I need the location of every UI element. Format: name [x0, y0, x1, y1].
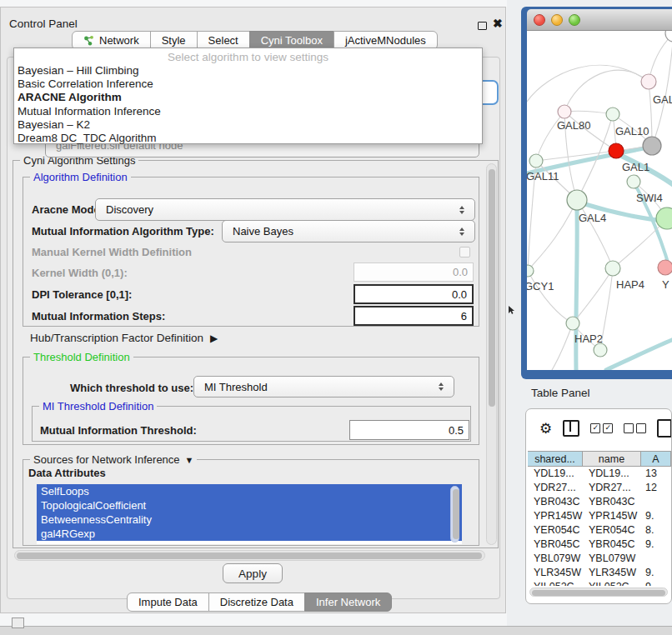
apply-button[interactable]: Apply	[223, 563, 283, 583]
attribute-selfloops[interactable]: SelfLoops	[37, 484, 462, 498]
network-node[interactable]	[594, 343, 607, 357]
network-canvas[interactable]: GALGAL80GAL10GAL1GAL11SWI4GAL4GCY1HAP4YH…	[527, 31, 672, 370]
attribute-topologicalcoefficient[interactable]: TopologicalCoefficient	[37, 498, 462, 512]
attribute-gal4rgexp[interactable]: gal4RGexp	[37, 527, 462, 541]
settings-hscrollbar-thumb[interactable]	[17, 552, 482, 559]
table-cell: 13	[641, 467, 671, 481]
network-node-gal11[interactable]	[529, 154, 543, 168]
table-cell: YER054C	[583, 523, 641, 538]
attributes-list-scrollbar[interactable]	[450, 486, 459, 542]
tab-impute-data[interactable]: Impute Data	[127, 592, 209, 612]
columns-icon[interactable]	[563, 420, 579, 437]
network-node[interactable]	[643, 137, 661, 155]
dropdown-item-mutual-information-inference[interactable]: Mutual Information Inference	[14, 105, 482, 118]
table-row[interactable]: YER054CYER054C8.	[528, 523, 671, 538]
table-cell: YDL19...	[528, 467, 583, 481]
node-label-gal4: GAL4	[579, 212, 606, 224]
network-node-gal[interactable]	[641, 74, 656, 89]
network-node-gcy1[interactable]	[527, 265, 534, 277]
network-graph: GALGAL80GAL10GAL1GAL11SWI4GAL4GCY1HAP4YH…	[527, 31, 672, 370]
minimize-traffic-light[interactable]	[551, 14, 563, 26]
dpi-tolerance-field[interactable]	[354, 284, 474, 304]
hub-transcription-factor-section[interactable]: Hub/Transcription Factor Definition▶	[30, 332, 218, 344]
network-node-hap4[interactable]	[605, 261, 620, 276]
column-header-a[interactable]: A	[641, 452, 671, 466]
which-threshold-combo[interactable]: MI Threshold	[193, 376, 454, 398]
network-node-hap2[interactable]	[566, 317, 579, 330]
table-horizontal-scrollbar[interactable]	[529, 588, 668, 597]
table-cell: 9.	[641, 509, 671, 523]
network-node-gal80[interactable]	[558, 105, 571, 118]
dropdown-item-bayesian-k2[interactable]: Bayesian – K2	[14, 118, 482, 132]
table-row[interactable]: YBL079WYBL079W	[528, 552, 671, 566]
minimized-panel-icon[interactable]	[12, 618, 24, 628]
expand-right-icon[interactable]: ▶	[210, 332, 218, 344]
network-node-swi4[interactable]	[627, 175, 640, 188]
mi-threshold-field[interactable]	[349, 420, 469, 440]
kernel-width-field[interactable]	[354, 262, 474, 282]
table-row[interactable]: YDR27...YDR27...12	[528, 481, 671, 495]
tab-infer-network[interactable]: Infer Network	[304, 592, 392, 612]
network-node[interactable]	[656, 208, 672, 229]
select-all-checks-icon[interactable]: ✓✓	[590, 423, 613, 433]
data-attributes-list[interactable]: SelfLoopsTopologicalCoefficientBetweenne…	[37, 484, 462, 544]
close-icon[interactable]: ✖	[493, 17, 503, 30]
table-panel-title: Table Panel	[531, 387, 590, 399]
table-row[interactable]: YDL19...YDL19...13	[528, 467, 671, 481]
network-window-titlebar[interactable]	[527, 9, 672, 31]
algorithm-dropdown-prompt: Select algorithm to view settings	[14, 50, 482, 64]
dropdown-item-bayesian-hill-climbing[interactable]: Bayesian – Hill Climbing	[14, 64, 482, 78]
aracne-mode-combo[interactable]: Discovery	[95, 198, 475, 221]
table-hscrollbar-thumb[interactable]	[532, 590, 665, 596]
column-header-name[interactable]: name	[583, 452, 641, 466]
table-row[interactable]: YBR043CYBR043C	[528, 495, 671, 509]
table-cell: YPR145W	[528, 509, 583, 523]
network-node-gal4[interactable]	[567, 190, 587, 210]
tab-label: Cyni Toolbox	[261, 34, 323, 47]
deselect-all-checks-icon[interactable]	[624, 423, 646, 433]
settings-scrollbar-thumb[interactable]	[489, 169, 495, 407]
mi-steps-field[interactable]	[354, 306, 474, 326]
control-panel-title: Control Panel	[9, 18, 78, 30]
node-label-gal10: GAL10	[615, 125, 649, 138]
collapse-down-icon[interactable]: ▼	[185, 455, 194, 465]
mi-threshold-definition-title: MI Threshold Definition	[39, 400, 157, 412]
table-rows: YDL19...YDL19...13YDR27...YDR27...12YBR0…	[528, 467, 671, 586]
float-window-icon[interactable]	[478, 22, 487, 30]
network-node-y[interactable]	[658, 260, 672, 275]
zoom-traffic-light[interactable]	[569, 14, 580, 26]
algorithm-dropdown-items: Bayesian – Hill ClimbingBasic Correlatio…	[14, 64, 482, 145]
tab-label: jActiveMNodules	[345, 34, 426, 47]
network-node-gal1[interactable]	[609, 143, 624, 158]
node-label-gcy1: GCY1	[527, 280, 554, 292]
network-node[interactable]	[665, 31, 672, 42]
column-header-shared[interactable]: shared...	[528, 452, 583, 466]
dropdown-item-basic-correlation-inference[interactable]: Basic Correlation Inference	[14, 78, 482, 91]
table-row[interactable]: YBR045CYBR045C9.	[528, 538, 671, 552]
gear-icon[interactable]: ⚙	[539, 422, 552, 436]
dropdown-item-aracne-algorithm[interactable]: ARACNE Algorithm	[14, 91, 482, 104]
combo-spinner-icon	[439, 382, 444, 391]
close-traffic-light[interactable]	[534, 14, 545, 26]
settings-vertical-scrollbar[interactable]	[486, 163, 497, 545]
settings-horizontal-scrollbar[interactable]	[14, 550, 485, 561]
manual-kernel-width-checkbox[interactable]	[459, 247, 470, 258]
combo-spinner-icon	[459, 206, 464, 214]
algorithm-dropdown-popup: Select algorithm to view settings Bayesi…	[13, 48, 483, 144]
table-row[interactable]: YPR145WYPR145W9.	[528, 509, 671, 523]
attributes-scrollbar-thumb[interactable]	[453, 489, 459, 539]
mi-threshold-label: Mutual Information Threshold:	[40, 424, 197, 437]
mi-algorithm-type-combo[interactable]: Naive Bayes	[222, 220, 475, 242]
dropdown-item-dream8-dc-tdc-algorithm[interactable]: Dream8 DC_TDC Algorithm	[14, 132, 482, 145]
table-cell: YLR345W	[528, 566, 583, 580]
network-node-gal10[interactable]	[606, 108, 619, 121]
table-row[interactable]: YIL052CYIL052C9	[528, 580, 671, 586]
table-row[interactable]: YLR345WYLR345W9.	[528, 566, 671, 580]
table-export-icon[interactable]	[657, 419, 672, 438]
tab-label: Select	[208, 34, 238, 47]
sources-title[interactable]: Sources for Network Inference▼	[30, 453, 197, 467]
table-cell: YLR345W	[583, 566, 641, 580]
table-cell: 9.	[641, 566, 671, 580]
attribute-betweennesscentrality[interactable]: BetweennessCentrality	[37, 512, 462, 527]
tab-discretize-data[interactable]: Discretize Data	[208, 592, 305, 612]
